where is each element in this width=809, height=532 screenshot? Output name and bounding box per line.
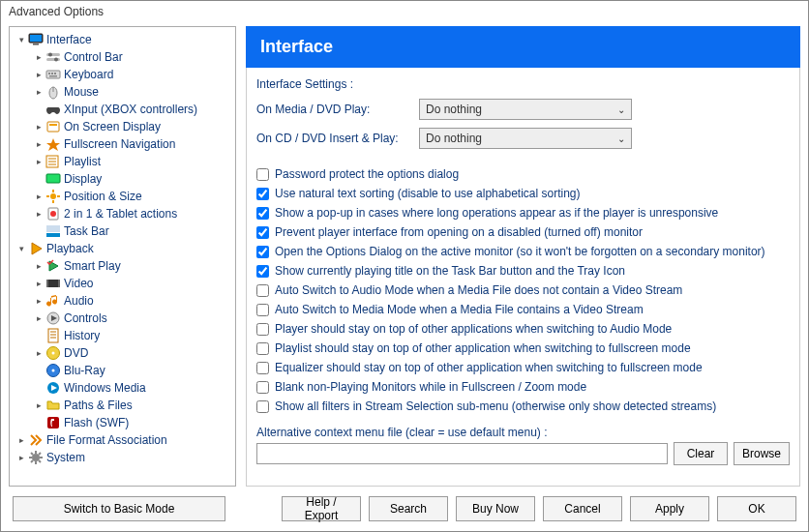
checkbox-row[interactable]: Password protect the options dialog — [256, 164, 790, 184]
chevron-right-icon[interactable]: ▸ — [33, 261, 45, 271]
chevron-right-icon[interactable]: ▸ — [15, 435, 27, 445]
checkbox[interactable] — [256, 207, 269, 220]
tree-item[interactable]: ▸System — [12, 449, 233, 466]
tree-item[interactable]: ▸On Screen Display — [12, 118, 233, 135]
tree-item[interactable]: ▸2 in 1 & Tablet actions — [12, 205, 233, 222]
checkbox-row[interactable]: Show currently playing title on the Task… — [256, 261, 790, 281]
tree-item[interactable]: ▾Playback — [12, 240, 233, 257]
tree-item[interactable]: ▾Interface — [12, 31, 233, 48]
checkbox-row[interactable]: Prevent player interface from opening on… — [256, 222, 790, 242]
checkbox[interactable] — [256, 284, 269, 297]
checkbox-row[interactable]: Auto Switch to Media Mode when a Media F… — [256, 300, 790, 319]
checkbox[interactable] — [256, 323, 269, 336]
svg-rect-25 — [46, 233, 60, 237]
tree-item[interactable]: ▸File Format Association — [12, 431, 233, 449]
checkbox-row[interactable]: Player should stay on top of other appli… — [256, 319, 790, 339]
tree-item[interactable]: Task Bar — [12, 222, 233, 240]
chevron-right-icon[interactable]: ▸ — [33, 157, 45, 166]
chevron-right-icon[interactable]: ▸ — [33, 296, 45, 306]
chevron-right-icon[interactable]: ▸ — [33, 209, 45, 219]
checkbox-row[interactable]: Open the Options Dialog on the active mo… — [256, 242, 790, 261]
chevron-right-icon[interactable]: ▸ — [33, 313, 45, 323]
chevron-right-icon[interactable]: ▸ — [33, 122, 45, 132]
svg-rect-14 — [47, 122, 59, 132]
tree-item[interactable]: ▸Video — [12, 275, 233, 292]
chevron-right-icon[interactable]: ▸ — [33, 139, 45, 149]
tree-item[interactable]: ▸DVD — [12, 344, 233, 362]
apply-button[interactable]: Apply — [630, 496, 709, 521]
checkbox-row[interactable]: Playlist should stay on top of other app… — [256, 339, 790, 358]
svg-rect-34 — [48, 329, 58, 342]
tree-item-label: Playlist — [64, 155, 101, 168]
checkbox[interactable] — [256, 381, 269, 394]
checkbox[interactable] — [256, 265, 269, 278]
tree-item[interactable]: ▸Audio — [12, 292, 233, 310]
checkbox[interactable] — [256, 400, 269, 413]
tree-item[interactable]: Display — [12, 170, 233, 188]
tree-item-label: History — [64, 329, 100, 342]
tree-item[interactable]: XInput (XBOX controllers) — [12, 101, 233, 118]
search-button[interactable]: Search — [369, 496, 448, 521]
dropdown[interactable]: Do nothing⌄ — [419, 99, 632, 120]
checkbox[interactable] — [256, 226, 269, 239]
svg-point-22 — [50, 193, 56, 199]
help-export-button[interactable]: Help / Export — [282, 496, 361, 521]
chevron-down-icon[interactable]: ▾ — [15, 35, 27, 44]
tree-item[interactable]: Flash (SWF) — [12, 414, 233, 431]
chevron-right-icon[interactable]: ▸ — [33, 192, 45, 201]
alt-menu-input[interactable] — [256, 443, 668, 464]
checkbox-row[interactable]: Show a pop-up in cases where long operat… — [256, 203, 790, 222]
position-icon — [45, 189, 61, 204]
dropdown[interactable]: Do nothing⌄ — [419, 128, 632, 149]
chevron-right-icon[interactable]: ▸ — [33, 87, 45, 97]
tree-item[interactable]: ▸Controls — [12, 310, 233, 327]
checkbox[interactable] — [256, 342, 269, 355]
tree-item[interactable]: ▸Keyboard — [12, 66, 233, 83]
dropdown-value: Do nothing — [426, 103, 482, 116]
tree-item[interactable]: ▸Mouse — [12, 83, 233, 101]
tree-item[interactable]: ▸Position & Size — [12, 188, 233, 205]
tree-item[interactable]: Windows Media — [12, 379, 233, 397]
checkbox-row[interactable]: Equalizer should stay on top of other ap… — [256, 358, 790, 377]
ok-button[interactable]: OK — [717, 496, 796, 521]
chevron-right-icon[interactable]: ▸ — [33, 279, 45, 288]
checkbox-row[interactable]: Blank non-Playing Monitors while in Full… — [256, 377, 790, 397]
select-label: On Media / DVD Play: — [256, 103, 419, 116]
svg-marker-27 — [32, 243, 42, 254]
svg-rect-29 — [46, 280, 60, 287]
settings-scroll[interactable]: Interface Settings : On Media / DVD Play… — [246, 68, 800, 487]
switch-basic-button[interactable]: Switch to Basic Mode — [13, 496, 225, 521]
tree-item[interactable]: ▸Control Bar — [12, 48, 233, 66]
chevron-right-icon[interactable]: ▸ — [15, 453, 27, 462]
tree-item[interactable]: ▸Fullscreen Navigation — [12, 135, 233, 153]
tree-item[interactable]: ▸Paths & Files — [12, 397, 233, 414]
chevron-down-icon: ⌄ — [617, 104, 625, 115]
browse-button[interactable]: Browse — [734, 442, 790, 465]
checkbox-row[interactable]: Auto Switch to Audio Mode when a Media F… — [256, 281, 790, 300]
settings-subheading: Interface Settings : — [256, 77, 790, 91]
clear-button[interactable]: Clear — [674, 442, 728, 465]
cancel-button[interactable]: Cancel — [543, 496, 622, 521]
tree-item[interactable]: History — [12, 327, 233, 344]
tree-item[interactable]: Blu-Ray — [12, 362, 233, 379]
checkbox[interactable] — [256, 188, 269, 200]
checkbox[interactable] — [256, 362, 269, 374]
nav-tree[interactable]: ▾Interface▸Control Bar▸Keyboard▸MouseXIn… — [9, 26, 236, 487]
checkbox[interactable] — [256, 168, 269, 181]
history-icon — [45, 328, 61, 343]
tree-item[interactable]: ▸Playlist — [12, 153, 233, 170]
chevron-down-icon[interactable]: ▾ — [15, 244, 27, 253]
tree-item[interactable]: ▸Smart Play — [12, 257, 233, 275]
checkbox[interactable] — [256, 304, 269, 316]
chevron-right-icon[interactable]: ▸ — [33, 348, 45, 358]
buy-now-button[interactable]: Buy Now — [456, 496, 535, 521]
checkbox[interactable] — [256, 246, 269, 258]
checkbox-row[interactable]: Use natural text sorting (disable to use… — [256, 184, 790, 203]
flash-icon — [45, 415, 61, 430]
checkbox-row[interactable]: Show all filters in Stream Selection sub… — [256, 397, 790, 416]
playlist-icon — [45, 154, 61, 169]
chevron-right-icon[interactable]: ▸ — [33, 52, 45, 62]
svg-point-6 — [54, 58, 58, 62]
chevron-right-icon[interactable]: ▸ — [33, 400, 45, 410]
chevron-right-icon[interactable]: ▸ — [33, 70, 45, 79]
